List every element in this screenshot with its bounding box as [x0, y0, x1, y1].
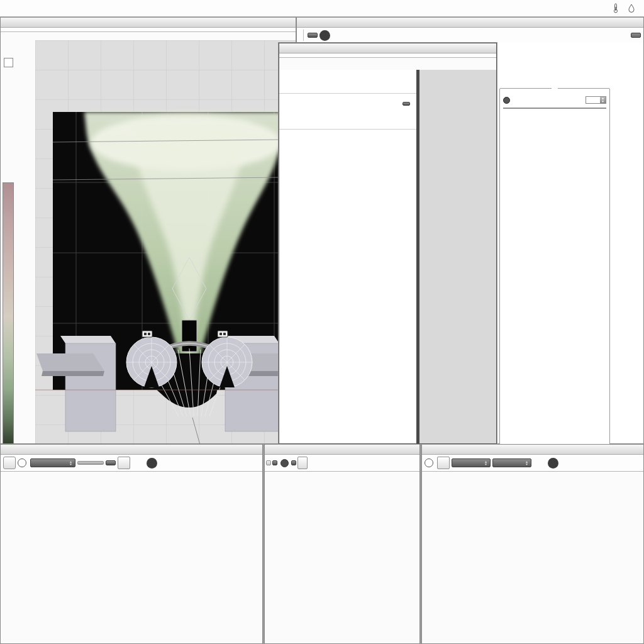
loudspeaker-data-titlebar[interactable]: [297, 18, 643, 28]
help-icon[interactable]: [147, 458, 157, 469]
show-mean-button[interactable]: [291, 460, 296, 465]
freq-high-select[interactable]: ▲▼: [492, 458, 531, 467]
speaker-array-icon: [218, 331, 228, 337]
spl-target-panel: ▲▼ ▲▼: [421, 444, 644, 644]
enclosures-value: [586, 99, 600, 101]
environment-readout: [613, 3, 641, 13]
elements-legend: [500, 85, 609, 91]
impacts-button[interactable]: [266, 460, 271, 465]
frequency-response-chart[interactable]: [265, 477, 421, 644]
mechanics-body-left: [279, 70, 416, 443]
scene-3d-panel: [0, 17, 296, 444]
frequency-response-titlebar[interactable]: [265, 445, 419, 455]
refresh-icon[interactable]: [3, 457, 16, 469]
stacked-radio[interactable]: [503, 97, 510, 104]
source-cutview-titlebar[interactable]: [1, 445, 262, 455]
scene-3d-toolbar: [1, 28, 296, 32]
left-dome: [126, 337, 177, 387]
solo-button[interactable]: [106, 460, 116, 465]
mechanics-view-titlebar[interactable]: [279, 43, 496, 53]
scene-3d-content: [1, 40, 296, 443]
mechanics-toolbar: [279, 53, 496, 58]
mechanics-body-right: [416, 70, 496, 443]
help-icon[interactable]: [548, 458, 558, 469]
elements-table: [503, 108, 606, 109]
solo-button[interactable]: [308, 33, 318, 38]
source-cutview-toolbar: ▲▼: [1, 455, 262, 472]
gear-icon[interactable]: [533, 457, 546, 469]
cog-label: [286, 113, 410, 120]
help-icon[interactable]: [319, 30, 330, 41]
spl-target-titlebar[interactable]: [422, 445, 643, 455]
routing-icon[interactable]: [437, 457, 450, 469]
orientation-select[interactable]: ▲▼: [30, 458, 75, 467]
gear-icon[interactable]: [132, 457, 145, 469]
thermometer-icon: [613, 3, 618, 13]
source-cutview-panel: ▲▼: [0, 444, 263, 644]
loudspeaker-data-toolbar: [297, 28, 643, 43]
scene-3d-viewport[interactable]: [35, 40, 296, 443]
scene-3d-titlebar[interactable]: [1, 18, 296, 28]
fix-mean-radio[interactable]: [280, 459, 289, 467]
rigging-array-drawing: [419, 70, 497, 442]
app-toolbar: [0, 0, 644, 17]
right-dome: [202, 337, 252, 387]
spl-target-chart[interactable]: [422, 477, 644, 644]
audience-button[interactable]: [272, 460, 277, 465]
more-details-button[interactable]: [402, 102, 410, 106]
spl-target-toolbar: ▲▼ ▲▼: [422, 455, 643, 472]
cutview-chart[interactable]: [1, 477, 264, 644]
weakest-point-label: [286, 77, 410, 84]
copy-icon[interactable]: [297, 457, 308, 469]
plane-index-field[interactable]: [77, 461, 104, 465]
show-cutview-checkbox[interactable]: [18, 458, 26, 467]
enclosures-stepper[interactable]: ▲▼: [586, 96, 606, 104]
frequency-response-panel: [264, 444, 420, 644]
freq-low-select[interactable]: ▲▼: [452, 458, 491, 467]
spl-max-swatch: [4, 58, 13, 67]
spl-colorbar: [3, 182, 14, 443]
humidity-droplet-icon: [628, 4, 635, 13]
cov-aud-checkbox[interactable]: [425, 458, 433, 467]
warning-overload-badge: [631, 33, 641, 38]
elements-fieldset: ▲▼: [499, 88, 610, 454]
speaker-array-icon: [142, 331, 152, 337]
routing-icon[interactable]: [118, 457, 130, 469]
frequency-response-toolbar: [265, 455, 419, 472]
mechanics-view-window: [279, 43, 497, 444]
